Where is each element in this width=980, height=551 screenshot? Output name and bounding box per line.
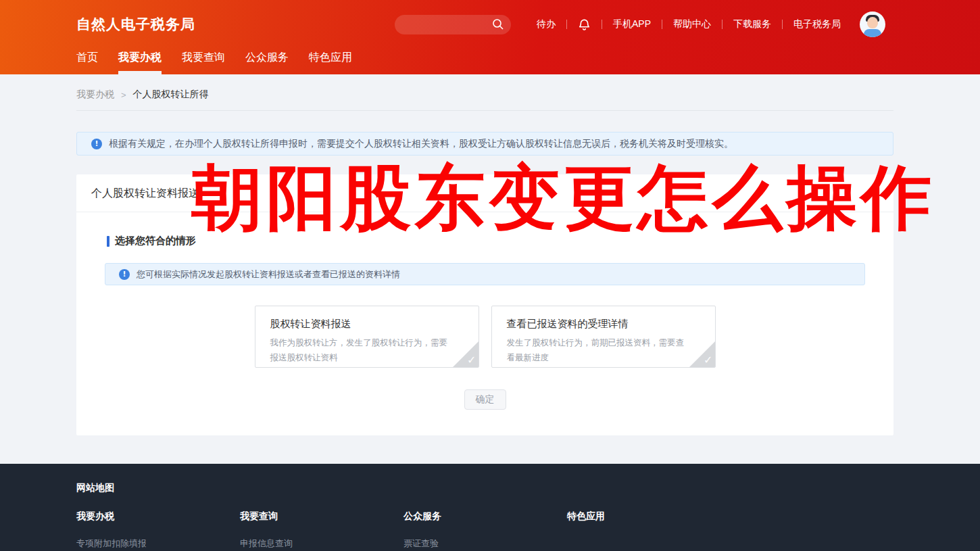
mobile-app-link[interactable]: 手机APP	[602, 18, 662, 30]
option-description: 我作为股权转让方，发生了股权转让行为，需要报送股权转让资料	[270, 336, 451, 366]
options-row: 股权转让资料报送 我作为股权转让方，发生了股权转让行为，需要报送股权转让资料 ✓…	[76, 306, 893, 368]
button-row: 确定	[76, 389, 893, 410]
site-logo: 自然人电子税务局	[76, 15, 195, 34]
section-label: 选择您符合的情形	[107, 235, 893, 247]
main-nav: 首页 我要办税 我要查询 公众服务 特色应用	[0, 49, 980, 74]
todo-link[interactable]: 待办	[526, 18, 566, 30]
breadcrumb: 我要办税 > 个人股权转让所得	[76, 89, 904, 110]
breadcrumb-separator-icon: >	[121, 90, 126, 100]
breadcrumb-divider	[76, 110, 893, 111]
inner-hint-text: 您可根据实际情况发起股权转让资料报送或者查看已报送的资料详情	[137, 268, 400, 281]
app-header: 自然人电子税务局 待办 手机APP	[0, 0, 980, 74]
nav-tab-public-service[interactable]: 公众服务	[245, 51, 289, 74]
footer-col-title: 特色应用	[567, 510, 731, 523]
avatar-shirt	[864, 29, 881, 37]
main-panel: 个人股权转让资料报送 选择您符合的情形 ! 您可根据实际情况发起股权转让资料报送…	[76, 174, 893, 435]
header-actions: 待办 手机APP 帮助中心 下载服务 电子税务局	[395, 11, 885, 37]
footer-col-title: 我要查询	[240, 510, 403, 523]
download-service-link[interactable]: 下载服务	[722, 18, 782, 30]
footer-link-special-deduction[interactable]: 专项附加扣除填报	[76, 537, 240, 550]
search-icon[interactable]	[492, 18, 504, 30]
panel-title: 个人股权转让资料报送	[76, 174, 893, 212]
footer-col-public-service: 公众服务 票证查验	[403, 510, 567, 550]
option-description: 发生了股权转让行为，前期已报送资料，需要查看最新进度	[507, 336, 688, 366]
footer-col-featured-apps: 特色应用	[567, 510, 731, 550]
footer-col-title: 公众服务	[403, 510, 567, 523]
top-info-alert: ! 根据有关规定，在办理个人股权转让所得申报时，需要提交个人股权转让相关资料，股…	[76, 132, 893, 155]
page-footer: 网站地图 我要办税 专项附加扣除填报 我要查询 申报信息查询 公众服务 票证查验…	[0, 464, 980, 551]
checkmark-icon: ✓	[467, 354, 476, 366]
etax-bureau-link[interactable]: 电子税务局	[783, 18, 852, 30]
info-icon: !	[119, 269, 130, 280]
top-info-alert-text: 根据有关规定，在办理个人股权转让所得申报时，需要提交个人股权转让相关资料，股权受…	[109, 138, 733, 150]
sitemap-title: 网站地图	[76, 482, 980, 494]
avatar-face	[867, 17, 878, 28]
inner-hint-alert: ! 您可根据实际情况发起股权转让资料报送或者查看已报送的资料详情	[105, 263, 865, 285]
nav-tab-inquiry[interactable]: 我要查询	[182, 51, 225, 74]
breadcrumb-current: 个人股权转让所得	[133, 89, 209, 101]
footer-link-declaration-info[interactable]: 申报信息查询	[240, 537, 403, 550]
section-accent-bar	[107, 236, 109, 247]
footer-col-inquiry: 我要查询 申报信息查询	[240, 510, 403, 550]
help-center-link[interactable]: 帮助中心	[662, 18, 722, 30]
nav-tab-tax-handling[interactable]: 我要办税	[118, 51, 162, 74]
header-top-row: 自然人电子税务局 待办 手机APP	[0, 0, 980, 49]
checkmark-icon: ✓	[704, 354, 712, 366]
nav-tab-home[interactable]: 首页	[76, 51, 98, 74]
breadcrumb-parent[interactable]: 我要办税	[76, 89, 114, 101]
footer-columns: 我要办税 专项附加扣除填报 我要查询 申报信息查询 公众服务 票证查验 特色应用	[76, 510, 980, 550]
info-icon: !	[91, 139, 102, 149]
breadcrumb-band: 我要办税 > 个人股权转让所得	[0, 74, 980, 111]
option-title: 查看已报送资料的受理详情	[507, 318, 688, 331]
confirm-button[interactable]: 确定	[464, 389, 506, 410]
section-title: 选择您符合的情形	[115, 235, 196, 247]
option-card-view-progress[interactable]: 查看已报送资料的受理详情 发生了股权转让行为，前期已报送资料，需要查看最新进度 …	[491, 306, 716, 368]
search-wrap	[395, 15, 511, 34]
footer-link-ticket-verification[interactable]: 票证查验	[403, 537, 567, 550]
footer-col-tax-handling: 我要办税 专项附加扣除填报	[76, 510, 240, 550]
option-card-submit-materials[interactable]: 股权转让资料报送 我作为股权转让方，发生了股权转让行为，需要报送股权转让资料 ✓	[255, 306, 479, 368]
notification-bell-icon[interactable]	[567, 18, 602, 32]
footer-col-title: 我要办税	[76, 510, 240, 523]
user-avatar[interactable]	[860, 11, 885, 37]
option-title: 股权转让资料报送	[270, 318, 451, 331]
nav-tab-featured-apps[interactable]: 特色应用	[309, 51, 352, 74]
